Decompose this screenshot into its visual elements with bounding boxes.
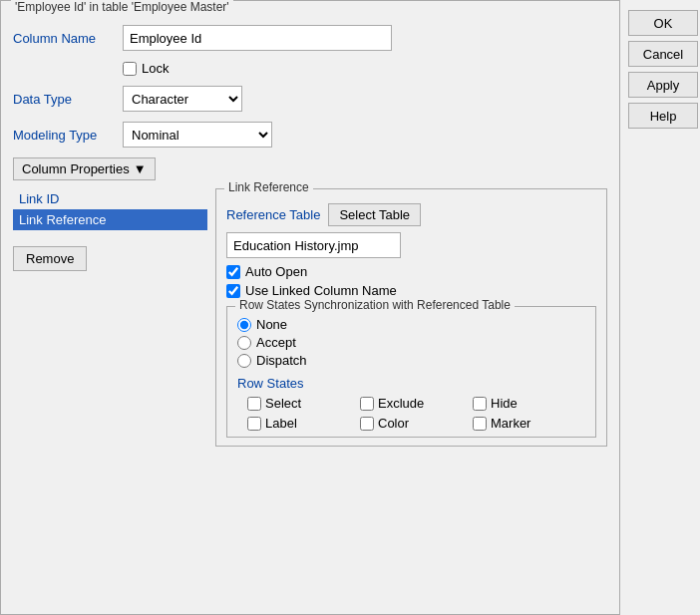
ref-table-label: Reference Table [226,207,320,222]
apply-button[interactable]: Apply [628,72,698,98]
dialog-title: 'Employee Id' in table 'Employee Master' [11,0,233,14]
state-hide-checkbox[interactable] [473,397,487,411]
modeling-type-select[interactable]: Nominal Ordinal Continuous [123,122,272,148]
ref-table-input[interactable] [226,232,401,258]
lock-checkbox[interactable] [123,62,137,76]
ok-button[interactable]: OK [628,10,698,36]
state-select-label: Select [265,396,301,411]
help-button[interactable]: Help [628,103,698,129]
state-exclude-checkbox[interactable] [360,397,374,411]
radio-accept[interactable] [237,336,251,350]
state-marker-label: Marker [491,416,530,431]
column-properties-arrow-icon: ▼ [134,161,147,176]
modeling-type-label: Modeling Type [13,128,123,143]
state-marker-checkbox[interactable] [473,417,487,431]
radio-none-label: None [256,317,287,332]
row-states-label: Row States [237,376,585,391]
link-reference-panel-title: Link Reference [224,180,313,194]
list-item-link-id[interactable]: Link ID [13,188,207,209]
data-type-select[interactable]: Character Numeric Integer Boolean [123,86,242,112]
state-exclude-label: Exclude [378,396,424,411]
state-select-checkbox[interactable] [247,397,261,411]
column-properties-label: Column Properties [22,161,130,176]
remove-button[interactable]: Remove [13,246,87,271]
list-item-link-reference[interactable]: Link Reference [13,209,207,230]
state-color-label: Color [378,416,409,431]
data-type-label: Data Type [13,92,123,107]
cancel-button[interactable]: Cancel [628,41,698,67]
state-label-checkbox[interactable] [247,417,261,431]
column-properties-button[interactable]: Column Properties ▼ [13,157,156,180]
state-label-label: Label [265,416,297,431]
radio-none[interactable] [237,318,251,332]
radio-dispatch-label: Dispatch [256,353,307,368]
auto-open-label: Auto Open [245,264,307,279]
radio-dispatch[interactable] [237,354,251,368]
radio-accept-label: Accept [256,335,296,350]
state-hide-label: Hide [491,396,518,411]
auto-open-checkbox[interactable] [226,265,240,279]
column-name-input[interactable] [123,25,392,51]
use-linked-col-label: Use Linked Column Name [245,283,397,298]
column-name-label: Column Name [13,31,123,46]
lock-label: Lock [142,61,169,76]
state-color-checkbox[interactable] [360,417,374,431]
select-table-button[interactable]: Select Table [328,203,421,226]
use-linked-col-checkbox[interactable] [226,284,240,298]
row-states-sync-title: Row States Synchronization with Referenc… [235,298,515,312]
